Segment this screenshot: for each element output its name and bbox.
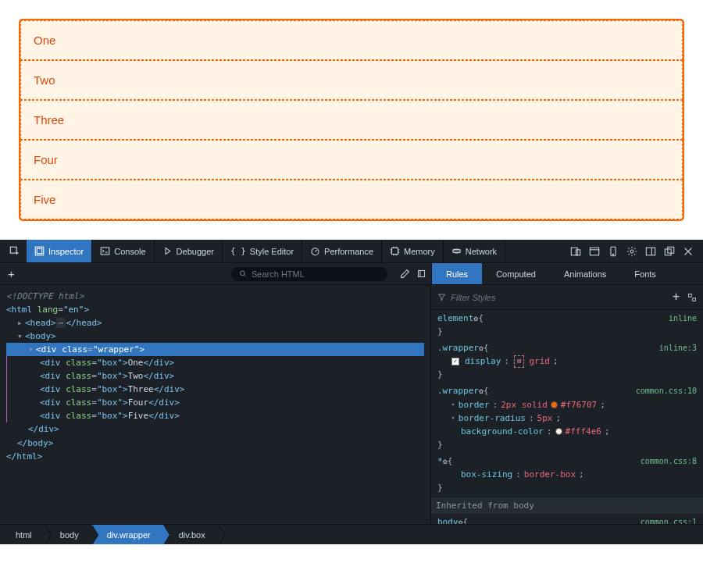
tab-network[interactable]: Network <box>444 240 505 262</box>
color-swatch-icon[interactable] <box>551 401 558 408</box>
svg-point-12 <box>612 254 613 255</box>
svg-rect-14 <box>646 248 655 255</box>
dom-tree[interactable]: <!DOCTYPE html> <html lang="en"> ▸<head>… <box>0 285 431 524</box>
grid-badge-icon[interactable]: ⊞ <box>514 355 524 368</box>
tab-label: Console <box>114 247 145 256</box>
tab-label: Inspector <box>48 247 84 256</box>
dom-node[interactable]: </html> <box>6 451 42 461</box>
tab-inspector[interactable]: Inspector <box>27 240 92 262</box>
toolbar-right-icons <box>564 243 700 260</box>
crumb-box[interactable]: div.box <box>163 525 218 544</box>
svg-rect-7 <box>571 248 577 255</box>
doctype-node[interactable]: <!DOCTYPE html> <box>6 291 84 301</box>
tab-memory[interactable]: Memory <box>382 240 444 262</box>
devtools-panel: Inspector Console Debugger { } Style Edi… <box>0 240 703 544</box>
svg-rect-2 <box>37 248 42 254</box>
tab-label: Style Editor <box>250 247 294 256</box>
svg-point-18 <box>241 271 245 276</box>
responsive-mode-icon[interactable] <box>567 243 584 260</box>
dom-node[interactable]: <div class="box">Four</div> <box>29 396 424 409</box>
tab-performance[interactable]: Performance <box>302 240 382 262</box>
filter-styles-input[interactable] <box>451 293 665 302</box>
html-node[interactable]: <html <box>6 305 37 315</box>
crumb-html[interactable]: html <box>0 525 45 544</box>
search-html-input[interactable] <box>252 269 380 279</box>
tab-debugger[interactable]: Debugger <box>155 240 223 262</box>
subtab-computed[interactable]: Computed <box>482 263 550 284</box>
style-rule[interactable]: .wrapper ✿ {inline:3 display: ⊞grid; } <box>437 341 697 381</box>
close-icon[interactable] <box>680 243 697 260</box>
toggle-icon[interactable]: ▾ <box>17 330 25 343</box>
search-html-wrap[interactable] <box>231 267 387 281</box>
pick-element-button[interactable] <box>3 240 27 262</box>
subtab-animations[interactable]: Animations <box>550 263 620 284</box>
add-node-button[interactable]: + <box>5 267 18 280</box>
style-rule[interactable]: .wrapper ✿ {common.css:10 ▸border: 2px s… <box>437 384 697 451</box>
svg-rect-5 <box>391 248 398 254</box>
expand-icon[interactable]: ▸ <box>451 400 455 409</box>
toggle-decl-checkbox[interactable] <box>451 358 459 365</box>
inherited-header: Inherited from body <box>431 497 703 514</box>
rendered-page: One Two Three Four Five <box>0 0 703 240</box>
svg-rect-0 <box>10 247 16 253</box>
dom-node[interactable]: <div class="box">Two</div> <box>29 369 424 383</box>
dom-node[interactable]: <div class="box">Five</div> <box>29 409 424 422</box>
svg-rect-19 <box>418 270 424 276</box>
filter-icon <box>437 293 446 301</box>
settings-icon[interactable] <box>623 243 641 260</box>
crumb-wrapper[interactable]: div.wrapper <box>91 525 163 544</box>
grid-box: One <box>20 20 683 60</box>
svg-rect-21 <box>693 298 696 301</box>
subtab-rules[interactable]: Rules <box>432 263 482 284</box>
color-swatch-icon[interactable] <box>555 428 562 435</box>
grid-box: Four <box>20 140 683 180</box>
toggle-icon[interactable]: ▸ <box>17 316 25 330</box>
svg-point-13 <box>630 250 633 253</box>
grid-box: Five <box>20 180 683 219</box>
style-rule[interactable]: body ✿ {common.css:1 font-family: "Gill … <box>437 515 697 524</box>
body-node[interactable]: <body> <box>25 331 56 341</box>
dom-node[interactable]: </div> <box>28 424 59 434</box>
devtools-toolbar: Inspector Console Debugger { } Style Edi… <box>0 240 703 263</box>
tab-label: Debugger <box>177 247 214 256</box>
grid-box: Two <box>20 60 683 100</box>
svg-rect-9 <box>590 248 598 255</box>
breadcrumb: html body div.wrapper div.box <box>0 524 703 544</box>
style-rule[interactable]: * ✿ {common.css:8 box-sizing: border-box… <box>437 454 697 494</box>
subtab-fonts[interactable]: Fonts <box>620 263 670 284</box>
edit-html-icon[interactable] <box>400 269 410 279</box>
add-rule-button[interactable]: + <box>669 288 683 306</box>
iframe-select-icon[interactable] <box>586 243 603 260</box>
svg-rect-3 <box>101 248 109 255</box>
dom-node[interactable]: <div class="box">Three</div> <box>29 383 424 396</box>
selected-node[interactable]: ▾<div class="wrapper"> <box>6 343 424 356</box>
grid-box: Three <box>20 100 683 140</box>
styles-pane: + element ✿ {inline } .wrapper ✿ {inline… <box>431 285 703 524</box>
tab-label: Network <box>466 247 497 256</box>
eyedropper-icon[interactable] <box>416 269 426 279</box>
svg-rect-20 <box>689 294 692 297</box>
tab-style-editor[interactable]: { } Style Editor <box>223 240 302 262</box>
mobile-icon[interactable] <box>605 243 622 260</box>
tab-label: Performance <box>324 247 373 256</box>
grid-wrapper: One Two Three Four Five <box>19 19 684 221</box>
svg-rect-8 <box>576 249 580 255</box>
dom-node[interactable]: <div class="box">One</div> <box>29 356 424 369</box>
devtools-subbar: + Rules Computed Animations Fonts <box>0 263 703 285</box>
dom-node[interactable]: </body> <box>17 438 53 448</box>
toggle-pseudo-icon[interactable] <box>687 293 697 302</box>
tab-console[interactable]: Console <box>92 240 154 262</box>
popout-icon[interactable] <box>661 243 678 260</box>
dock-side-icon[interactable] <box>642 243 659 260</box>
expand-icon[interactable]: ▸ <box>451 413 455 422</box>
tab-label: Memory <box>404 247 435 256</box>
search-icon <box>239 269 247 278</box>
braces-icon: { } <box>230 246 246 256</box>
style-rule[interactable]: element ✿ {inline } <box>437 312 697 338</box>
